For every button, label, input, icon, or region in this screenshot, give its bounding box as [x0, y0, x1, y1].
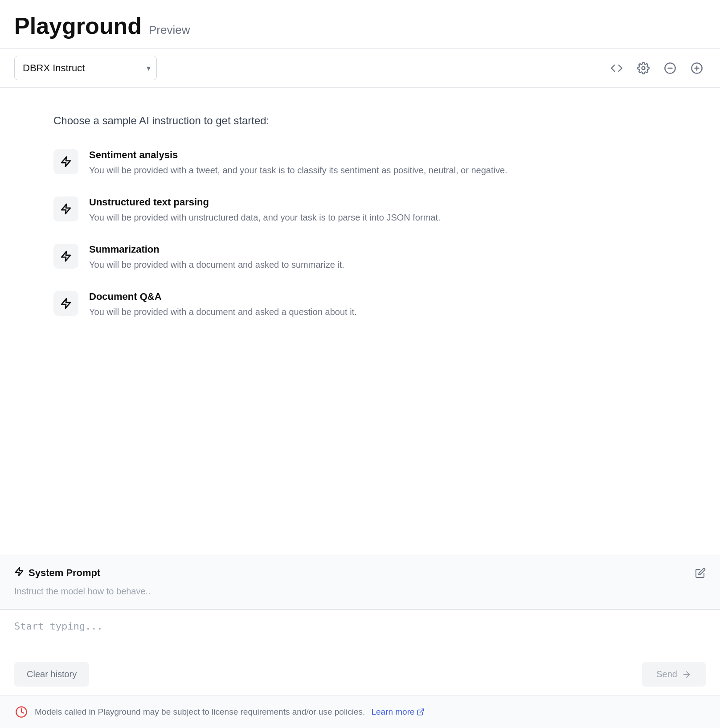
- footer-notice: Models called in Playground may be subje…: [35, 707, 365, 717]
- sample-instructions: Choose a sample AI instruction to get st…: [53, 115, 667, 328]
- sample-title-document-qa: Document Q&A: [89, 291, 357, 303]
- pencil-icon: [695, 568, 706, 578]
- sample-text-sentiment: Sentiment analysis You will be provided …: [89, 149, 507, 177]
- page-subtitle: Preview: [149, 23, 190, 37]
- toolbar-actions: [608, 59, 706, 77]
- sample-item-sentiment[interactable]: Sentiment analysis You will be provided …: [53, 139, 667, 187]
- svg-marker-10: [16, 568, 23, 576]
- sample-text-document-qa: Document Q&A You will be provided with a…: [89, 291, 357, 319]
- svg-marker-8: [61, 251, 70, 261]
- sample-intro: Choose a sample AI instruction to get st…: [53, 115, 667, 127]
- system-prompt-placeholder[interactable]: Instruct the model how to behave..: [14, 585, 706, 598]
- sentiment-icon: [53, 149, 78, 174]
- sample-item-parsing[interactable]: Unstructured text parsing You will be pr…: [53, 187, 667, 234]
- sample-desc-sentiment: You will be provided with a tweet, and y…: [89, 164, 507, 177]
- send-button[interactable]: Send: [642, 662, 706, 687]
- sample-title-sentiment: Sentiment analysis: [89, 149, 507, 161]
- send-icon: [682, 670, 691, 679]
- summarization-icon: [53, 244, 78, 269]
- page-header: Playground Preview: [0, 0, 720, 49]
- system-prompt-title: System Prompt: [14, 567, 100, 579]
- sample-item-summarization[interactable]: Summarization You will be provided with …: [53, 234, 667, 281]
- clear-history-button[interactable]: Clear history: [14, 662, 89, 687]
- sample-desc-document-qa: You will be provided with a document and…: [89, 305, 357, 319]
- model-select-wrapper: DBRX Instruct Llama 2 70B Mistral 7B MPT…: [14, 56, 157, 80]
- sample-desc-parsing: You will be provided with unstructured d…: [89, 211, 441, 224]
- plus-circle-icon: [691, 62, 703, 74]
- input-area: Clear history Send: [0, 609, 720, 695]
- svg-marker-9: [61, 299, 70, 308]
- code-icon: [610, 62, 623, 74]
- edit-system-prompt-button[interactable]: [695, 568, 706, 578]
- zoom-out-button[interactable]: [661, 59, 679, 77]
- external-link-icon: [417, 708, 425, 716]
- sample-title-parsing: Unstructured text parsing: [89, 196, 441, 208]
- clock-icon: [14, 705, 29, 719]
- svg-point-0: [642, 66, 645, 70]
- page-title: Playground: [14, 12, 142, 39]
- chat-area: Choose a sample AI instruction to get st…: [0, 88, 720, 556]
- sample-title-summarization: Summarization: [89, 244, 344, 255]
- system-prompt-section: System Prompt Instruct the model how to …: [0, 556, 720, 609]
- svg-marker-7: [61, 204, 70, 214]
- svg-line-13: [420, 709, 423, 712]
- code-view-button[interactable]: [608, 59, 626, 77]
- send-button-label: Send: [656, 669, 677, 679]
- input-actions: Clear history Send: [14, 662, 706, 687]
- main-content: Choose a sample AI instruction to get st…: [0, 88, 720, 609]
- sample-text-parsing: Unstructured text parsing You will be pr…: [89, 196, 441, 224]
- system-prompt-header: System Prompt: [14, 567, 706, 579]
- system-prompt-label: System Prompt: [29, 567, 100, 579]
- toolbar: DBRX Instruct Llama 2 70B Mistral 7B MPT…: [0, 49, 720, 88]
- sample-item-document-qa[interactable]: Document Q&A You will be provided with a…: [53, 281, 667, 328]
- zoom-in-button[interactable]: [688, 59, 706, 77]
- parsing-icon: [53, 196, 78, 221]
- chat-input[interactable]: [14, 621, 706, 654]
- footer-learn-more-link[interactable]: Learn more: [371, 707, 424, 717]
- settings-button[interactable]: [634, 59, 652, 77]
- footer: Models called in Playground may be subje…: [0, 695, 720, 728]
- model-select[interactable]: DBRX Instruct Llama 2 70B Mistral 7B MPT…: [14, 56, 157, 80]
- minus-circle-icon: [664, 62, 676, 74]
- gear-icon: [637, 62, 650, 74]
- sample-desc-summarization: You will be provided with a document and…: [89, 258, 344, 271]
- sample-text-summarization: Summarization You will be provided with …: [89, 244, 344, 271]
- svg-marker-6: [61, 157, 70, 167]
- lightning-icon: [14, 567, 24, 579]
- footer-link-text: Learn more: [371, 707, 414, 717]
- document-qa-icon: [53, 291, 78, 316]
